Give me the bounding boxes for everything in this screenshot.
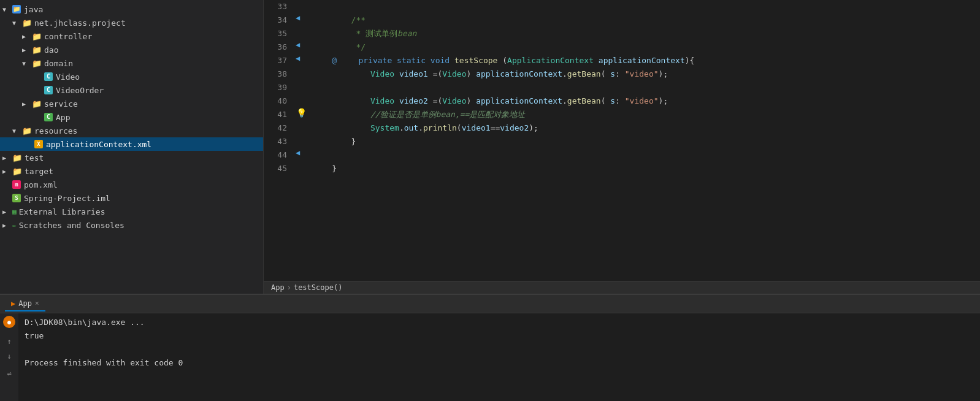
code-line-35: * 测试单例bean (308, 27, 980, 40)
tree-label-extlibs: External Libraries (19, 207, 105, 216)
code-span: System (313, 121, 399, 135)
breadcrumb: App › testScope() (264, 281, 980, 294)
run-icon: ▶ (11, 299, 15, 308)
tree-arrow-test: ▶ (2, 155, 12, 161)
tab-close-btn[interactable]: × (35, 299, 39, 307)
code-line-45: } (308, 162, 980, 175)
folder-icon-project: 📁 (22, 18, 32, 28)
tree-item-java[interactable]: ▼ 📁 java (0, 2, 263, 16)
run-tab[interactable]: ▶ App × (5, 297, 45, 311)
gutter-bookmark-37: ◀ (296, 54, 300, 63)
console-area: ● ↑ ↓ ⇌ D:\JDK08\bin\java.exe ... true P… (0, 313, 980, 401)
code-span: * 测试单例bean (313, 27, 416, 40)
tree-item-iml[interactable]: S Spring-Project.iml (0, 191, 263, 205)
tree-item-app[interactable]: C App (0, 110, 263, 124)
tree-label-java: java (24, 5, 43, 14)
tree-arrow-project: ▼ (12, 20, 22, 26)
code-span: s (610, 94, 615, 108)
code-span: video1 (462, 121, 491, 135)
tree-arrow-java: ▼ (2, 6, 12, 13)
code-span: */ (313, 40, 366, 54)
tree-item-video[interactable]: C Video (0, 70, 263, 83)
code-span: ( (457, 121, 462, 135)
bottom-panel: ▶ App × ● ↑ ↓ ⇌ D:\JDK08\bin\java.exe ..… (0, 294, 980, 401)
tree-item-service[interactable]: ▶ 📁 service (0, 97, 263, 110)
code-span: Video (313, 94, 399, 108)
code-span: private (339, 54, 397, 67)
code-span: applicationContext (599, 54, 685, 67)
code-span: video2 (399, 94, 433, 108)
breadcrumb-method[interactable]: testScope() (294, 283, 342, 292)
folder-icon-java: 📁 (12, 5, 21, 13)
code-span: @ (313, 54, 337, 67)
tree-arrow-domain: ▼ (22, 60, 32, 67)
tree-item-resources[interactable]: ▼ 📁 resources (0, 124, 263, 137)
gutter-bookmark-34: ◀ (296, 13, 300, 22)
tree-item-project[interactable]: ▼ 📁 net.jhclass.project (0, 16, 263, 29)
code-line-37: @ private static void testScope ( Applic… (308, 54, 980, 67)
code-span: = (433, 67, 438, 81)
tree-item-dao[interactable]: ▶ 📁 dao (0, 43, 263, 56)
bottom-tabs: ▶ App × (0, 295, 980, 313)
console-wrap-btn[interactable]: ⇌ (3, 367, 15, 380)
tree-arrow-service: ▶ (22, 101, 32, 107)
code-span: ); (529, 121, 538, 135)
tree-item-test[interactable]: ▶ 📁 test (0, 151, 263, 164)
console-output-exit: Process finished with exit code 0 (25, 356, 975, 370)
console-run-icon[interactable]: ● (3, 316, 15, 328)
folder-icon-dao: 📁 (32, 45, 42, 55)
folder-icon-service: 📁 (32, 99, 42, 109)
code-lines[interactable]: /** * 测试单例bean */ @ private static (308, 0, 980, 281)
folder-icon-test: 📁 (12, 153, 22, 162)
tree-label-domain: domain (44, 59, 73, 68)
folder-icon-target: 📁 (12, 167, 22, 176)
code-span: out (404, 121, 418, 135)
code-span: video2 (500, 121, 529, 135)
gutter-bulb-41[interactable]: 💡 (296, 108, 307, 118)
console-scroll-down[interactable]: ↓ (3, 350, 15, 362)
tree-arrow-dao: ▶ (22, 47, 32, 53)
code-span: . (562, 94, 567, 108)
tree-item-appcontext[interactable]: X applicationContext.xml (0, 137, 263, 151)
tree-item-scratches[interactable]: ▶ ✏ Scratches and Consoles (0, 218, 263, 232)
code-span: . (562, 67, 567, 81)
code-span: applicationContext (476, 67, 562, 81)
tree-item-pom[interactable]: m pom.xml (0, 178, 263, 191)
tree-item-videoorder[interactable]: C VideoOrder (0, 83, 263, 97)
code-span: ); (659, 67, 668, 81)
code-content[interactable]: 33 34 35 36 37 38 39 40 41 42 43 44 45 ◀… (264, 0, 980, 281)
tree-label-dao: dao (44, 45, 58, 55)
console-scroll-up[interactable]: ↑ (3, 335, 15, 348)
tree-item-domain[interactable]: ▼ 📁 domain (0, 56, 263, 70)
code-span: testScope (454, 54, 502, 67)
console-side-buttons: ● ↑ ↓ ⇌ (0, 313, 18, 401)
tree-label-service: service (44, 99, 78, 109)
file-tree[interactable]: ▼ 📁 java ▼ 📁 net.jhclass.project ▶ 📁 con… (0, 0, 264, 294)
code-line-43: } (308, 135, 980, 148)
tree-item-target[interactable]: ▶ 📁 target (0, 164, 263, 178)
libs-icon: ▦ (12, 208, 17, 216)
gutter-bookmark-43: ◀ (296, 148, 300, 157)
breadcrumb-sep1: › (287, 283, 291, 292)
code-span: video1 (399, 67, 433, 81)
run-tab-label: App (18, 299, 32, 308)
tree-arrow-scratches: ▶ (2, 222, 12, 229)
tree-label-pom: pom.xml (24, 180, 58, 189)
code-line-34: /** (308, 13, 980, 27)
breadcrumb-app[interactable]: App (271, 283, 285, 292)
code-span: println (423, 121, 457, 135)
tree-label-appcontext: applicationContext.xml (46, 140, 151, 149)
line-numbers: 33 34 35 36 37 38 39 40 41 42 43 44 45 (264, 0, 294, 281)
code-line-39 (308, 81, 980, 94)
code-line-33 (308, 0, 980, 13)
tree-label-videoorder: VideoOrder (56, 86, 104, 95)
tree-item-controller[interactable]: ▶ 📁 controller (0, 29, 263, 43)
code-line-41: //验证是否是单例bean,==是匹配对象地址 (308, 108, 980, 121)
editor-area: 33 34 35 36 37 38 39 40 41 42 43 44 45 ◀… (264, 0, 980, 294)
code-span: ( (438, 67, 443, 81)
code-span: void (431, 54, 454, 67)
code-span: s (610, 67, 615, 81)
tree-item-extlibs[interactable]: ▶ ▦ External Libraries (0, 205, 263, 218)
tree-label-project: net.jhclass.project (34, 18, 126, 28)
code-span: . (418, 121, 423, 135)
